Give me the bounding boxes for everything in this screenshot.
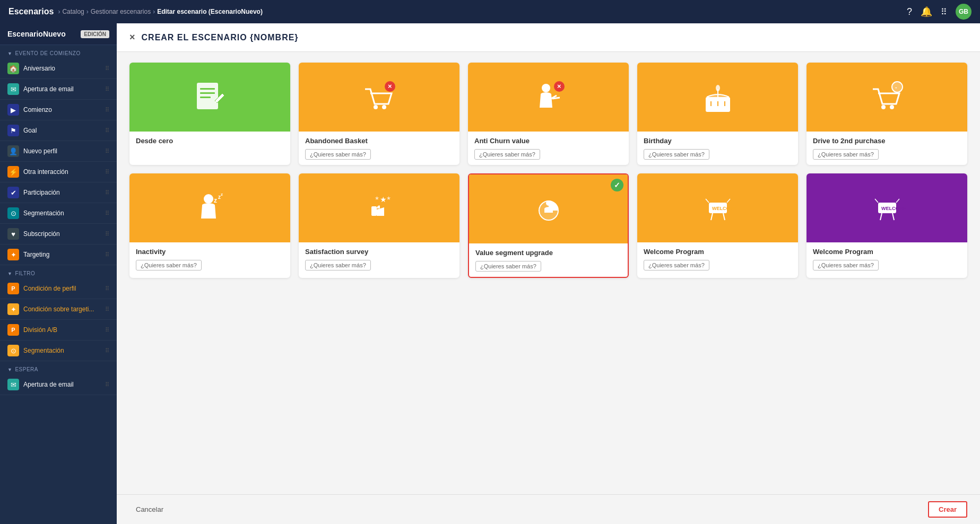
scenario-name: EscenarioNuevo (7, 30, 66, 38)
close-button[interactable]: × (129, 32, 135, 43)
card-body-satisfaction-survey: Satisfaction survey ¿Quieres saber más? (299, 242, 459, 276)
drag-handle[interactable]: ⠿ (105, 65, 109, 72)
card-body-welcome-1: Welcome Program ¿Quieres saber más? (637, 242, 798, 276)
sidebar-item-aniversario[interactable]: 🏠 Aniversario ⠿ (0, 58, 117, 79)
drag-handle-7[interactable]: ⠿ (105, 189, 109, 196)
goal-icon: ⚑ (7, 125, 19, 136)
card-body-inactivity: Inactivity ¿Quieres saber más? (129, 242, 290, 276)
drag-handle-14[interactable]: ⠿ (105, 347, 109, 354)
sidebar-item-targeting[interactable]: ✦ Targeting ⠿ (0, 244, 117, 265)
drag-handle-5[interactable]: ⠿ (105, 148, 109, 155)
modal-header: × CREAR EL ESCENARIO {NOMBRE} (117, 23, 980, 52)
sidebar-item-goal[interactable]: ⚑ Goal ⠿ (0, 120, 117, 141)
card-image-welcome-1: WELCOME (637, 173, 798, 242)
svg-text:WELCOME: WELCOME (881, 206, 906, 211)
card-btn-birthday[interactable]: ¿Quieres saber más? (644, 149, 709, 160)
card-btn-satisfaction-survey[interactable]: ¿Quieres saber más? (305, 260, 371, 270)
nav-right: ? 🔔 ⠿ GB (907, 4, 972, 20)
svg-line-40 (892, 213, 894, 220)
card-drive-2nd[interactable]: - Drive to 2nd purchase ¿Quieres saber m… (806, 63, 967, 165)
svg-text:z: z (221, 192, 223, 197)
card-satisfaction-survey[interactable]: ★ ★ ★ Satisfaction survey ¿Quieres saber… (299, 173, 459, 278)
sidebar-item-division-ab[interactable]: P División A/B ⠿ (0, 320, 117, 340)
subscripcion-icon: ♥ (7, 228, 19, 240)
sidebar-item-nuevo-perfil[interactable]: 👤 Nuevo perfil ⠿ (0, 141, 117, 162)
svg-point-7 (382, 105, 386, 109)
card-welcome-1[interactable]: WELCOME Welcome Program ¿Quieres saber m… (637, 173, 798, 278)
division-ab-icon: P (7, 324, 19, 336)
svg-text:×: × (388, 82, 392, 90)
card-btn-value-segment[interactable]: ¿Quieres saber más? (475, 261, 541, 272)
otra-interaccion-icon: ⚡ (7, 166, 19, 178)
segmentacion-label: Segmentación (23, 209, 101, 217)
card-body-welcome-2: Welcome Program ¿Quieres saber más? (806, 242, 967, 276)
card-image-desde-cero (129, 63, 290, 132)
svg-point-10 (542, 84, 550, 92)
drag-handle-6[interactable]: ⠿ (105, 169, 109, 176)
svg-point-13 (716, 85, 720, 91)
svg-point-21 (204, 194, 213, 204)
breadcrumb: › Catalog › Gestionar escenarios › Edita… (58, 8, 263, 15)
drag-handle-13[interactable]: ⠿ (105, 327, 109, 334)
card-body-abandoned-basket: Abandoned Basket ¿Quieres saber más? (299, 132, 459, 165)
card-desde-cero[interactable]: Desde cero (129, 63, 290, 165)
sidebar-item-condicion-targeting[interactable]: ✦ Condición sobre targeti... ⠿ (0, 299, 117, 320)
drag-handle-2[interactable]: ⠿ (105, 86, 109, 93)
sidebar-item-otra-interaccion[interactable]: ⚡ Otra interacción ⠿ (0, 162, 117, 182)
card-body-birthday: Birthday ¿Quieres saber más? (637, 132, 798, 165)
otra-interaccion-label: Otra interacción (23, 168, 101, 176)
card-value-segment[interactable]: ✓ Value segment upgrade ¿Quieres saber (468, 173, 629, 278)
sidebar-item-apertura-email[interactable]: ✉ Apertura de email ⠿ (0, 79, 117, 100)
svg-text:★: ★ (375, 195, 379, 201)
card-btn-drive-2nd[interactable]: ¿Quieres saber más? (813, 149, 879, 160)
drag-handle-12[interactable]: ⠿ (105, 306, 109, 313)
card-anti-churn[interactable]: × Anti Churn value ¿Quieres saber más? (468, 63, 629, 165)
drag-handle-3[interactable]: ⠿ (105, 107, 109, 113)
bell-icon[interactable]: 🔔 (921, 6, 932, 18)
card-btn-welcome-2[interactable]: ¿Quieres saber más? (813, 260, 879, 270)
breadcrumb-gestionar[interactable]: Gestionar escenarios (91, 8, 151, 15)
help-icon[interactable]: ? (907, 6, 912, 18)
aniversario-icon: 🏠 (7, 63, 19, 74)
grid-icon[interactable]: ⠿ (941, 7, 947, 17)
sidebar-item-segmentacion[interactable]: ⊙ Segmentación ⠿ (0, 203, 117, 224)
drag-handle-15[interactable]: ⠿ (105, 381, 109, 388)
sidebar-item-condicion-perfil[interactable]: P Condición de perfil ⠿ (0, 278, 117, 299)
create-button[interactable]: Crear (928, 501, 967, 518)
sidebar-item-apertura-espera[interactable]: ✉ Apertura de email ⠿ (0, 374, 117, 395)
card-image-satisfaction-survey: ★ ★ ★ (299, 173, 459, 242)
card-btn-abandoned-basket[interactable]: ¿Quieres saber más? (305, 149, 371, 160)
sidebar-item-participacion[interactable]: ✔ Participación ⠿ (0, 182, 117, 203)
card-name-desde-cero: Desde cero (136, 137, 284, 145)
cancel-button[interactable]: Cancelar (129, 502, 170, 517)
svg-line-35 (706, 199, 709, 203)
drag-handle-10[interactable]: ⠿ (105, 251, 109, 258)
content-area: × CREAR EL ESCENARIO {NOMBRE} (117, 23, 980, 524)
svg-point-19 (881, 105, 886, 109)
section-espera: ▼ ESPERA (0, 361, 117, 374)
card-inactivity[interactable]: z z z Inactivity ¿Quieres saber más? (129, 173, 290, 278)
drag-handle-11[interactable]: ⠿ (105, 285, 109, 292)
drag-handle-4[interactable]: ⠿ (105, 127, 109, 134)
card-btn-anti-churn[interactable]: ¿Quieres saber más? (474, 149, 540, 160)
svg-rect-3 (200, 97, 211, 98)
targeting-icon: ✦ (7, 249, 19, 260)
card-image-value-segment: ✓ (469, 174, 628, 243)
sidebar-item-segmentacion-filtro[interactable]: ⊙ Segmentación ⠿ (0, 340, 117, 361)
card-birthday[interactable]: Birthday ¿Quieres saber más? (637, 63, 798, 165)
card-btn-inactivity[interactable]: ¿Quieres saber más? (136, 260, 202, 270)
nav-left: Escenarios › Catalog › Gestionar escenar… (8, 7, 263, 16)
breadcrumb-catalog[interactable]: Catalog (62, 8, 84, 15)
drag-handle-9[interactable]: ⠿ (105, 231, 109, 238)
drag-handle-8[interactable]: ⠿ (105, 210, 109, 217)
card-btn-welcome-1[interactable]: ¿Quieres saber más? (644, 260, 709, 270)
subscripcion-label: Subscripción (23, 230, 101, 238)
sidebar-item-subscripcion[interactable]: ♥ Subscripción ⠿ (0, 224, 117, 244)
card-abandoned-basket[interactable]: × Abandoned Basket ¿Quieres saber más? (299, 63, 459, 165)
sidebar-item-comienzo[interactable]: ▶ Comienzo ⠿ (0, 100, 117, 120)
svg-point-20 (890, 105, 894, 109)
card-welcome-2[interactable]: WELCOME Welcome Program ¿Quieres saber m… (806, 173, 967, 278)
nuevo-perfil-label: Nuevo perfil (23, 147, 101, 155)
svg-line-33 (711, 213, 713, 220)
avatar[interactable]: GB (956, 4, 972, 20)
